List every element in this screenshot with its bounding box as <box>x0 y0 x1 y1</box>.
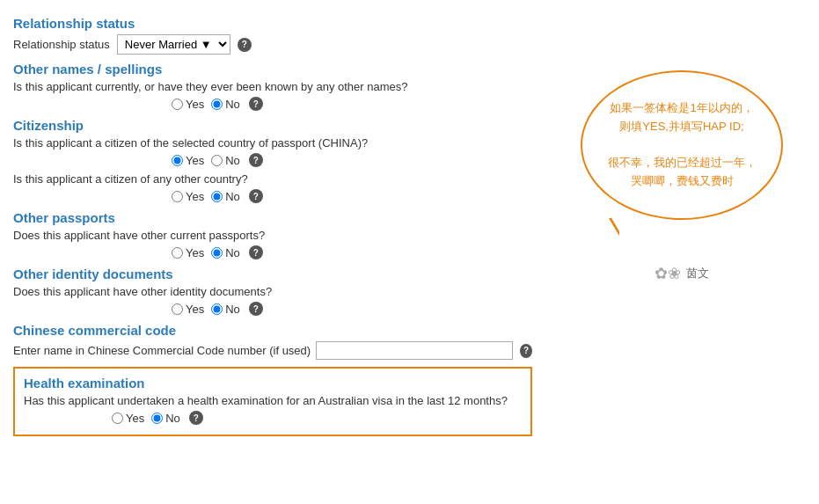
signature-area: ✿❀ 茵文 <box>654 264 709 283</box>
other-names-title: Other names / spellings <box>13 62 532 77</box>
other-passports-no-radio[interactable] <box>211 247 223 259</box>
other-passports-no-label[interactable]: No <box>211 246 240 259</box>
other-identity-no-radio[interactable] <box>211 303 223 315</box>
other-identity-no-label[interactable]: No <box>211 303 240 316</box>
citizenship-question2: Is this applicant a citizen of any other… <box>13 172 532 186</box>
other-names-yes-label[interactable]: Yes <box>172 98 204 111</box>
relationship-status-select[interactable]: Never Married ▼ Married Divorced Widowed… <box>117 34 230 55</box>
citizenship-q1-no-label[interactable]: No <box>211 154 240 167</box>
relationship-status-row: Relationship status Never Married ▼ Marr… <box>13 34 532 55</box>
relationship-status-section: Relationship status Relationship status … <box>13 16 532 55</box>
health-examination-section: Health examination Has this applicant un… <box>13 367 532 436</box>
citizenship-q2-yes-label[interactable]: Yes <box>172 190 204 203</box>
flower-icon: ✿❀ <box>654 264 681 283</box>
bubble-area: 如果一签体检是1年以内的， 则填YES,并填写HAP ID; 很不幸，我的已经超… <box>545 0 818 504</box>
health-examination-radio-group: Yes No ? <box>24 411 522 425</box>
other-names-no-label[interactable]: No <box>211 98 240 111</box>
citizenship-q2-yes-radio[interactable] <box>172 191 183 202</box>
health-examination-title: Health examination <box>24 376 522 391</box>
other-names-section: Other names / spellings Is this applican… <box>13 62 532 111</box>
citizenship-q1-radio-group: Yes No ? <box>13 153 532 167</box>
other-names-question: Is this applicant currently, or have the… <box>13 80 532 93</box>
speech-bubble: 如果一签体检是1年以内的， 则填YES,并填写HAP ID; 很不幸，我的已经超… <box>581 70 783 220</box>
other-identity-radio-group: Yes No ? <box>13 302 532 316</box>
ccc-help-icon[interactable]: ? <box>520 344 532 358</box>
other-identity-section: Other identity documents Does this appli… <box>13 267 532 316</box>
other-passports-section: Other passports Does this applicant have… <box>13 210 532 259</box>
ccc-label: Enter name in Chinese Commercial Code nu… <box>13 344 311 357</box>
health-examination-yes-radio[interactable] <box>112 413 123 424</box>
health-examination-no-radio[interactable] <box>151 413 163 424</box>
citizenship-q2-no-label[interactable]: No <box>211 190 240 203</box>
citizenship-q1-no-radio[interactable] <box>211 155 223 166</box>
health-examination-help-icon[interactable]: ? <box>189 411 203 425</box>
citizenship-q1-yes-radio[interactable] <box>172 155 183 166</box>
citizenship-question1: Is this applicant a citizen of the selec… <box>13 136 532 150</box>
other-passports-radio-group: Yes No ? <box>13 245 532 259</box>
citizenship-q2-help-icon[interactable]: ? <box>249 189 263 203</box>
ccc-input[interactable] <box>316 341 513 360</box>
citizenship-q2-no-radio[interactable] <box>211 191 223 202</box>
other-identity-yes-label[interactable]: Yes <box>172 303 204 316</box>
form-area: Relationship status Relationship status … <box>0 0 545 504</box>
citizenship-q2-radio-group: Yes No ? <box>13 189 532 203</box>
other-passports-title: Other passports <box>13 210 532 225</box>
other-passports-question: Does this applicant have other current p… <box>13 229 532 242</box>
other-names-radio-group: Yes No ? <box>13 97 532 111</box>
other-identity-yes-radio[interactable] <box>172 303 183 315</box>
other-names-help-icon[interactable]: ? <box>249 97 263 111</box>
citizenship-q1-help-icon[interactable]: ? <box>249 153 263 167</box>
other-passports-yes-radio[interactable] <box>172 247 183 259</box>
health-examination-no-label[interactable]: No <box>151 412 180 425</box>
other-names-yes-radio[interactable] <box>172 99 183 110</box>
citizenship-q1-yes-label[interactable]: Yes <box>172 154 204 167</box>
other-identity-help-icon[interactable]: ? <box>249 302 263 316</box>
other-passports-yes-label[interactable]: Yes <box>172 246 204 259</box>
citizenship-section: Citizenship Is this applicant a citizen … <box>13 118 532 203</box>
signature-text: 茵文 <box>686 266 709 281</box>
other-identity-title: Other identity documents <box>13 267 532 281</box>
other-passports-help-icon[interactable]: ? <box>249 245 263 259</box>
chinese-commercial-title: Chinese commercial code <box>13 323 532 338</box>
chinese-commercial-section: Chinese commercial code Enter name in Ch… <box>13 323 532 360</box>
relationship-status-label: Relationship status <box>13 38 110 51</box>
ccc-row: Enter name in Chinese Commercial Code nu… <box>13 341 532 360</box>
relationship-status-title: Relationship status <box>13 16 532 31</box>
health-examination-question: Has this applicant undertaken a health e… <box>24 394 522 407</box>
other-identity-question: Does this applicant have other identity … <box>13 285 532 298</box>
relationship-status-help-icon[interactable]: ? <box>238 38 252 52</box>
health-examination-yes-label[interactable]: Yes <box>112 412 144 425</box>
bubble-text: 如果一签体检是1年以内的， 则填YES,并填写HAP ID; 很不幸，我的已经超… <box>608 99 757 191</box>
other-names-no-radio[interactable] <box>211 99 223 110</box>
citizenship-title: Citizenship <box>13 118 532 133</box>
